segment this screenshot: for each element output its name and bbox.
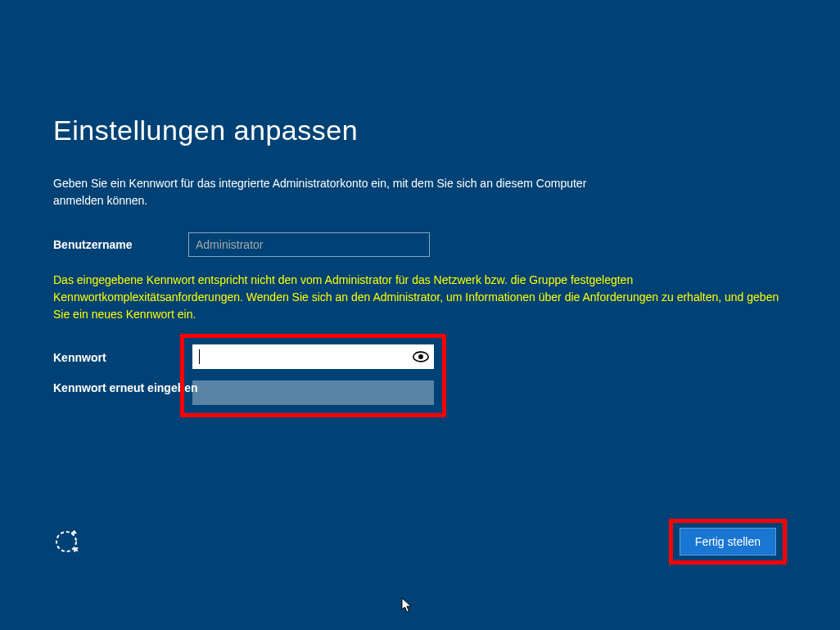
svg-point-2 <box>56 532 76 551</box>
finish-button-highlight: Fertig stellen <box>669 519 787 565</box>
text-cursor <box>199 349 200 364</box>
password-input[interactable] <box>192 344 434 369</box>
ease-of-access-icon[interactable] <box>53 529 79 555</box>
password-confirm-label: Kennwort erneut eingeben <box>53 380 198 395</box>
password-section-highlight <box>180 334 446 417</box>
reveal-password-icon[interactable] <box>413 351 429 362</box>
password-label: Kennwort <box>53 351 106 364</box>
page-title: Einstellungen anpassen <box>53 115 787 146</box>
svg-point-1 <box>418 354 423 359</box>
password-confirm-input[interactable] <box>192 380 434 405</box>
username-row: Benutzername <box>53 232 787 257</box>
error-message: Das eingegebene Kennwort entspricht nich… <box>53 272 786 323</box>
username-label: Benutzername <box>53 238 188 251</box>
username-input <box>188 232 430 257</box>
description-text: Geben Sie ein Kennwort für das integrier… <box>53 175 626 209</box>
finish-button[interactable]: Fertig stellen <box>680 528 776 556</box>
mouse-cursor-icon <box>401 597 413 614</box>
